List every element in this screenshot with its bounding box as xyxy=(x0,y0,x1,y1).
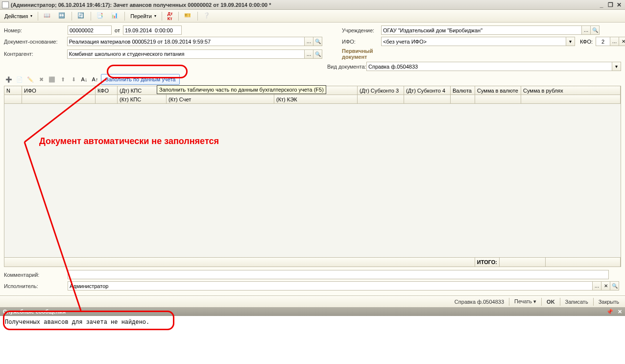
dtct-icon[interactable]: ДтКт xyxy=(165,11,175,21)
close-button[interactable]: ✕ xyxy=(615,1,623,8)
isp-select-button[interactable]: … xyxy=(593,281,601,291)
vid-field[interactable] xyxy=(366,62,612,71)
col-n[interactable]: N xyxy=(4,86,22,95)
grid-toolbar: ➕ 📄 ✏️ ✖ ⬛ ⬆ ⬇ A↓ A↑ Заполнить по данным… xyxy=(4,73,621,86)
ifo-label: ИФО: xyxy=(342,39,381,45)
move-down-icon[interactable]: ⬇ xyxy=(69,74,78,84)
date-field[interactable] xyxy=(123,25,182,35)
fill-by-data-button[interactable]: Заполнить по данным учета xyxy=(101,74,180,85)
ticket-icon[interactable]: 🎫 xyxy=(182,11,194,21)
ifo-field[interactable] xyxy=(381,37,566,46)
grid-body[interactable] xyxy=(4,104,621,257)
main-toolbar: Действия▾ 📖 ↔️ 🔄 📑 📊 Перейти▾ ДтКт 🎫 ❔ xyxy=(0,10,625,23)
kfo-select-button[interactable]: … xyxy=(610,37,619,46)
tooltip: Заполнить табличную часть по данным бухг… xyxy=(157,85,326,94)
app-icon xyxy=(2,1,9,8)
book-icon[interactable]: 📖 xyxy=(41,11,54,21)
doc-basis-select-button[interactable]: … xyxy=(305,37,313,46)
doc-basis-label: Документ-основание: xyxy=(4,39,67,45)
end-edit-icon[interactable]: ⬛ xyxy=(47,74,57,84)
content-area: Номер: от Учреждение: … 🔍 Документ-основ… xyxy=(0,23,625,295)
kfo-field[interactable] xyxy=(596,37,610,46)
col-kt-kps[interactable]: (Кт) КПС xyxy=(118,95,167,104)
add-row-icon[interactable]: ➕ xyxy=(4,74,14,84)
structure-icon[interactable]: 📊 xyxy=(109,11,121,21)
messages-close-icon[interactable]: ✕ xyxy=(618,309,622,315)
col-dt-sub3[interactable]: (Дт) Субконто 3 xyxy=(358,86,404,95)
message-text: Полученных авансов для зачета не найдено… xyxy=(5,319,620,326)
from-label: от xyxy=(115,27,120,33)
isp-search-icon[interactable]: 🔍 xyxy=(610,281,619,291)
uchr-select-button[interactable]: … xyxy=(582,25,591,35)
report-icon[interactable]: 📑 xyxy=(94,11,107,21)
grid-footer: ИТОГО: xyxy=(4,257,621,267)
ok-button[interactable]: OK xyxy=(544,299,558,305)
col-kt-kek[interactable]: (Кт) КЭК xyxy=(274,95,358,104)
col-sum-rub[interactable]: Сумма в рублях xyxy=(521,86,621,95)
sort-asc-icon[interactable]: A↓ xyxy=(79,74,89,84)
comment-label: Комментарий: xyxy=(4,272,68,278)
comment-field[interactable] xyxy=(68,270,609,279)
number-label: Номер: xyxy=(4,27,68,33)
vid-label: Вид документа: xyxy=(327,64,366,70)
annotation-text: Документ автоматически не заполняется xyxy=(39,136,219,146)
isp-clear-button[interactable]: ✕ xyxy=(601,281,610,291)
primary-doc-label: Первичный документ xyxy=(342,48,381,60)
col-ifo[interactable]: ИФО xyxy=(22,86,96,95)
contragent-search-icon[interactable]: 🔍 xyxy=(313,49,322,59)
messages-titlebar: Служебные сообщения 📌 ✕ xyxy=(0,307,625,316)
move-up-icon[interactable]: ⬆ xyxy=(58,74,68,84)
number-field[interactable] xyxy=(68,25,112,35)
isp-label: Исполнитель: xyxy=(4,283,68,289)
contragent-field[interactable] xyxy=(67,49,305,59)
uchr-search-icon[interactable]: 🔍 xyxy=(591,25,600,35)
go-icon[interactable]: ↔️ xyxy=(56,11,69,21)
doc-basis-search-icon[interactable]: 🔍 xyxy=(313,37,322,46)
messages-body: Полученных авансов для зачета не найдено… xyxy=(0,316,625,355)
print-menu[interactable]: Печать ▾ xyxy=(511,298,539,305)
kfo-label: КФО: xyxy=(580,39,593,45)
sort-desc-icon[interactable]: A↑ xyxy=(90,74,100,84)
delete-row-icon[interactable]: ✖ xyxy=(36,74,46,84)
col-sum-val[interactable]: Сумма в валюте xyxy=(475,86,521,95)
col-kt-schet[interactable]: (Кт) Счет xyxy=(167,95,274,104)
actions-menu[interactable]: Действия▾ xyxy=(2,11,35,21)
data-grid[interactable]: N ИФО КФО (Дт) КПС (Дт) Счет (Дт) КЭК (Д… xyxy=(4,86,621,267)
col-valuta[interactable]: Валюта xyxy=(451,86,475,95)
isp-field[interactable] xyxy=(68,281,593,291)
uchr-label: Учреждение: xyxy=(342,27,381,33)
help-icon[interactable]: ❔ xyxy=(201,11,214,21)
bottom-toolbar: Справка ф.0504833 Печать ▾ OK Записать З… xyxy=(0,295,625,307)
title-bar: (Администратор; 06.10.2014 19:46:17): За… xyxy=(0,0,625,10)
edit-row-icon[interactable]: ✏️ xyxy=(25,74,35,84)
write-button[interactable]: Записать xyxy=(562,299,591,305)
total-label: ИТОГО: xyxy=(475,258,500,267)
refresh-icon[interactable]: 🔄 xyxy=(75,11,88,21)
window-title: (Администратор; 06.10.2014 19:46:17): За… xyxy=(11,2,597,8)
print-spravka-link[interactable]: Справка ф.0504833 xyxy=(452,299,507,305)
kfo-clear-button[interactable]: ✕ xyxy=(619,37,625,46)
uchr-field[interactable] xyxy=(381,25,582,35)
contragent-label: Контрагент: xyxy=(4,51,67,57)
close-doc-button[interactable]: Закрыть xyxy=(596,299,622,305)
maximize-button[interactable]: ❐ xyxy=(606,1,614,8)
minimize-button[interactable]: _ xyxy=(598,1,605,8)
messages-title: Служебные сообщения xyxy=(3,309,66,315)
col-kfo[interactable]: КФО xyxy=(96,86,118,95)
goto-menu[interactable]: Перейти▾ xyxy=(128,11,159,21)
copy-row-icon[interactable]: 📄 xyxy=(15,74,24,84)
col-dt-sub4[interactable]: (Дт) Субконто 4 xyxy=(404,86,451,95)
ifo-dropdown-button[interactable]: ▾ xyxy=(566,37,575,46)
contragent-select-button[interactable]: … xyxy=(305,49,313,59)
doc-basis-field[interactable] xyxy=(67,37,305,46)
messages-pin-icon[interactable]: 📌 xyxy=(606,309,613,315)
vid-dropdown-button[interactable]: ▾ xyxy=(612,62,621,71)
